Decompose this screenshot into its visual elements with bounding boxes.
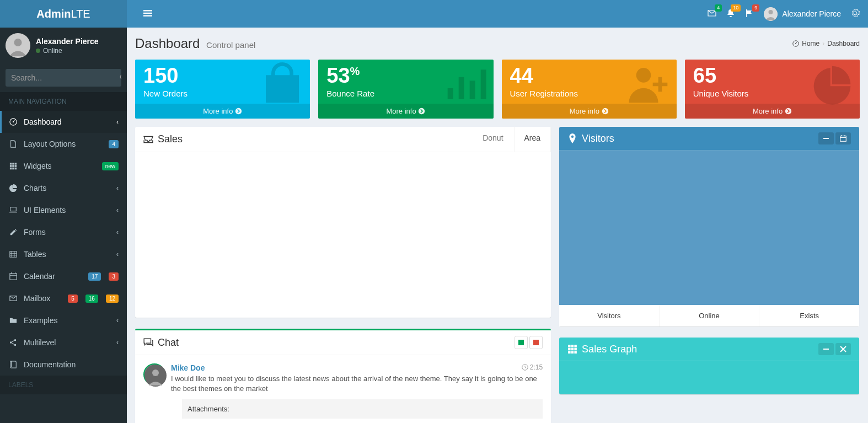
svg-rect-22 (840, 136, 846, 141)
chat-avatar (143, 363, 165, 385)
sidebar-toggle-button[interactable] (135, 1, 160, 27)
sidebar-item-documentation[interactable]: Documentation (0, 354, 127, 376)
chevron-left-icon: ‹ (116, 206, 119, 214)
chat-sender-name[interactable]: Mike Doe (171, 363, 205, 372)
sidebar-item-ui-elements[interactable]: UI Elements ‹ (0, 199, 127, 221)
svg-point-9 (10, 341, 12, 344)
chat-status-busy-button[interactable] (529, 336, 543, 349)
inbox-icon (143, 135, 153, 144)
tasks-badge: 9 (752, 4, 759, 12)
box-remove-button[interactable] (835, 343, 851, 355)
sidebar-user-avatar (6, 33, 30, 58)
breadcrumb: Home › Dashboard (792, 40, 860, 47)
table-icon (8, 250, 18, 259)
main-row: Sales Donut Area Chat (135, 127, 860, 423)
stat-row: 150 New Orders More info 53% Bounce Rate… (135, 60, 860, 119)
svg-point-16 (636, 68, 651, 83)
gears-icon (851, 9, 860, 18)
messages-menu[interactable]: 4 (708, 9, 716, 19)
tasks-menu[interactable]: 9 (745, 9, 754, 19)
brand-bold: Admin (36, 8, 71, 20)
sidebar-item-tables[interactable]: Tables ‹ (0, 243, 127, 265)
square-red-icon (533, 340, 539, 345)
mailbox-badge-2: 16 (85, 295, 98, 303)
svg-point-14 (235, 108, 242, 114)
box-calendar-button[interactable] (835, 132, 851, 144)
breadcrumb-current: Dashboard (827, 40, 860, 47)
sidebar-item-layout[interactable]: Layout Options 4 (0, 133, 127, 155)
arrow-circle-right-icon (418, 108, 425, 115)
svg-point-4 (120, 74, 121, 79)
th-icon (567, 344, 577, 354)
svg-point-6 (13, 121, 14, 122)
visitors-stat-3: Exists (759, 305, 859, 326)
sidebar-user-status[interactable]: Online (36, 47, 99, 55)
sidebar-item-multilevel[interactable]: Multilevel ‹ (0, 331, 127, 354)
dashboard-icon (8, 117, 18, 126)
chat-status-online-button[interactable] (515, 336, 528, 349)
sidebar-item-charts[interactable]: Charts ‹ (0, 177, 127, 199)
comments-icon (143, 338, 153, 347)
svg-point-10 (14, 339, 17, 341)
messages-badge: 4 (715, 4, 722, 12)
sales-chart-body (135, 152, 551, 318)
arrow-circle-right-icon (235, 108, 242, 115)
user-avatar-small (764, 7, 778, 21)
sidebar-item-examples[interactable]: Examples ‹ (0, 309, 127, 331)
stat-user-registrations: 44 User Registrations More info (502, 60, 677, 119)
box-collapse-button[interactable] (818, 132, 834, 144)
box-collapse-button[interactable] (818, 343, 834, 355)
mailbox-badge-3: 12 (106, 295, 119, 303)
chat-attachment: Attachments: (182, 399, 543, 419)
user-menu[interactable]: Alexander Pierce (764, 7, 841, 21)
sales-box-title: Sales (135, 127, 472, 152)
chat-message-text: I would like to meet you to discuss the … (171, 374, 543, 394)
chat-timestamp: 2:15 (522, 363, 543, 371)
navbar-right: 4 10 9 Alexander Pierce (708, 7, 860, 21)
sidebar-search-button[interactable] (113, 69, 121, 87)
control-sidebar-toggle[interactable] (851, 9, 860, 19)
content-wrapper: Dashboard Control panel Home › Dashboard… (127, 28, 868, 423)
visitors-box-title: Visitors (567, 133, 614, 144)
dashboard-icon (792, 40, 799, 47)
sidebar-item-widgets[interactable]: Widgets new (0, 155, 127, 177)
brand-logo[interactable]: AdminLTE (0, 0, 127, 28)
svg-point-11 (14, 344, 17, 346)
calendar-badge-1: 17 (88, 272, 101, 281)
layout-badge: 4 (109, 140, 119, 148)
breadcrumb-home[interactable]: Home (802, 40, 819, 47)
times-icon (840, 346, 846, 352)
visitors-map-body[interactable] (559, 151, 859, 305)
notifications-menu[interactable]: 10 (726, 9, 735, 19)
sales-graph-title: Sales Graph (567, 344, 637, 355)
svg-point-13 (795, 43, 796, 44)
chevron-left-icon: ‹ (116, 317, 119, 324)
sidebar-nav-header: MAIN NAVIGATION (0, 92, 127, 111)
user-name-top: Alexander Pierce (782, 9, 841, 18)
tab-donut[interactable]: Donut (472, 127, 513, 152)
sidebar-item-forms[interactable]: Forms ‹ (0, 221, 127, 243)
widgets-badge: new (102, 162, 119, 170)
pie-chart-icon (8, 184, 18, 192)
sidebar-item-mailbox[interactable]: Mailbox 5 16 12 (0, 287, 127, 309)
content-header: Dashboard Control panel Home › Dashboard (127, 28, 868, 51)
chat-body: Mike Doe 2:15 I would like to meet you t… (135, 355, 551, 423)
sidebar-item-dashboard[interactable]: Dashboard ‹ (0, 111, 127, 133)
sales-box: Sales Donut Area (135, 127, 551, 318)
sidebar-item-calendar[interactable]: Calendar 17 3 (0, 265, 127, 287)
folder-icon (8, 316, 18, 325)
sidebar-search-form (6, 69, 121, 87)
content: 150 New Orders More info 53% Bounce Rate… (127, 51, 868, 423)
files-icon (8, 140, 18, 148)
chevron-left-icon: ‹ (116, 184, 119, 192)
page-subtitle: Control panel (206, 40, 255, 50)
top-navbar: 4 10 9 Alexander Pierce (127, 0, 868, 28)
visitors-stat-2: Online (660, 305, 760, 326)
sidebar-search-input[interactable] (6, 69, 113, 87)
attachment-label: Attachments: (187, 405, 229, 413)
svg-point-20 (152, 370, 159, 376)
chat-message: Mike Doe 2:15 I would like to meet you t… (143, 363, 543, 419)
clock-icon (522, 364, 528, 371)
tab-area[interactable]: Area (514, 127, 551, 152)
svg-point-1 (769, 10, 773, 14)
